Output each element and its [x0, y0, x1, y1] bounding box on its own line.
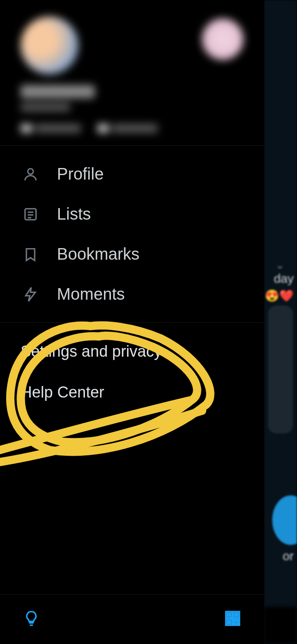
account-switcher-avatar[interactable] [202, 19, 243, 60]
menu-item-help-center[interactable]: Help Center [0, 372, 264, 413]
bookmark-icon [22, 246, 39, 263]
menu-item-label: Lists [57, 205, 91, 223]
qr-code-icon [224, 609, 242, 627]
menu-item-label: Profile [57, 165, 104, 183]
drawer-footer [0, 594, 264, 644]
following-count[interactable] [21, 124, 81, 133]
compose-fab[interactable] [272, 495, 297, 545]
followers-count[interactable] [97, 124, 158, 133]
lightbulb-icon [22, 609, 40, 627]
display-name [21, 85, 95, 98]
theme-toggle[interactable] [22, 609, 40, 629]
svg-rect-8 [235, 613, 238, 616]
lists-icon [22, 206, 39, 223]
bottom-nav-obscured [264, 607, 297, 644]
menu-item-bookmarks[interactable]: Bookmarks [0, 234, 264, 274]
menu-item-label: Help Center [21, 384, 104, 401]
primary-menu: Profile Lists Bookmarks Moments [0, 145, 264, 322]
svg-rect-14 [237, 623, 240, 625]
profile-icon [22, 166, 39, 182]
menu-item-label: Moments [57, 285, 125, 303]
avatar[interactable] [21, 17, 78, 74]
obscured-feed: ⌄ day 😍❤️ or [264, 0, 297, 644]
menu-item-profile[interactable]: Profile [0, 154, 264, 194]
qr-code-button[interactable] [224, 609, 242, 629]
feed-text-fragment: day [274, 272, 294, 286]
moments-icon [22, 286, 39, 303]
menu-item-moments[interactable]: Moments [0, 274, 264, 314]
svg-point-0 [28, 168, 33, 174]
svg-rect-12 [237, 619, 240, 622]
navigation-drawer: Profile Lists Bookmarks Moments Settings… [0, 0, 264, 644]
secondary-menu: Settings and privacy Help Center [0, 322, 264, 421]
drawer-header [0, 0, 264, 145]
svg-rect-13 [233, 623, 236, 625]
feed-text-fragment: or [283, 549, 294, 563]
chevron-down-icon: ⌄ [275, 258, 285, 272]
menu-item-settings-privacy[interactable]: Settings and privacy [0, 331, 264, 372]
menu-item-label: Bookmarks [57, 245, 139, 263]
svg-rect-11 [233, 619, 236, 622]
emoji-hearts: 😍❤️ [265, 289, 294, 303]
feed-media-box [268, 305, 293, 433]
svg-rect-6 [227, 613, 230, 616]
user-handle [21, 103, 70, 111]
svg-rect-10 [227, 621, 230, 624]
menu-item-label: Settings and privacy [21, 343, 162, 360]
menu-item-lists[interactable]: Lists [0, 194, 264, 234]
